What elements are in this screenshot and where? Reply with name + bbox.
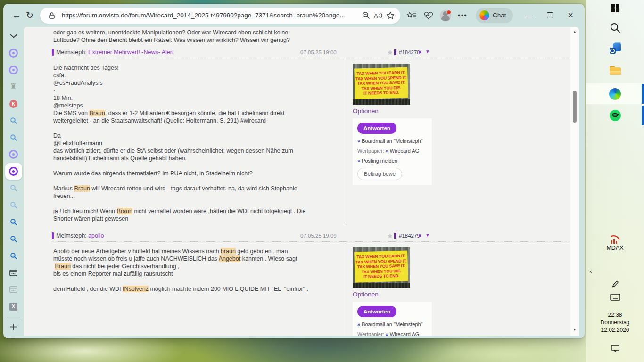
site-lock-icon[interactable] (46, 9, 58, 22)
close-button[interactable]: × (560, 8, 581, 24)
boardmail-link[interactable]: »Boardmail an "Meimsteph" (357, 138, 427, 144)
search-favicon (10, 201, 17, 209)
refresh-button[interactable]: ↻ (23, 9, 36, 22)
bookmark-star-icon[interactable] (387, 232, 393, 241)
minimize-button[interactable]: — (519, 8, 539, 24)
tab-onvista-3[interactable] (5, 146, 22, 163)
scroll-down-arrow[interactable]: ▼ (570, 328, 579, 332)
toolbar-icons: ••• Chat (405, 8, 513, 23)
next-post-arrow[interactable]: ▼ (425, 49, 430, 54)
post-topic[interactable]: Extremer Mehrwert! -News- Alert (88, 49, 173, 56)
taskbar-outlook-button[interactable] (586, 43, 644, 54)
options-link[interactable]: Optionen (353, 291, 432, 298)
taskbar-spotify-button[interactable] (586, 110, 644, 121)
tab-form-2[interactable] (5, 281, 22, 298)
url-text: https://forum.onvista.de/forum/Wirecard_… (62, 12, 360, 19)
show-hidden-icons-button[interactable]: ‹ (590, 268, 592, 275)
wertpapier-row[interactable]: Wertpapier: »Wirecard AG (357, 148, 427, 154)
boardmail-link[interactable]: »Boardmail an "Meimsteph" (357, 321, 427, 327)
notification-center-button[interactable] (586, 344, 644, 353)
copilot-chat-button[interactable]: Chat (476, 8, 513, 23)
clock-day: Donnerstag (586, 319, 644, 326)
link-chevron-icon: » (357, 138, 360, 144)
tab-search-6[interactable] (5, 230, 22, 247)
report-post-link[interactable]: »Posting melden (357, 158, 427, 164)
rate-post-button[interactable]: Beitrag bewe (357, 168, 402, 180)
favorite-star-icon[interactable] (384, 9, 396, 22)
taskbar-explorer-button[interactable] (586, 66, 644, 75)
taskbar-edge-button[interactable] (586, 83, 644, 104)
post-author-link[interactable]: Meimsteph: Extremer Mehrwert! -News- Ale… (56, 49, 173, 56)
favorites-icon[interactable] (405, 9, 418, 22)
mdax-widget[interactable]: MDAX (586, 235, 644, 251)
tab-search-1[interactable] (5, 112, 22, 129)
clock-widget[interactable]: 22:38 Donnerstag 12.02.2026 (586, 311, 644, 334)
scroll-up-arrow[interactable]: ▲ (570, 30, 579, 34)
search-favicon (10, 134, 17, 141)
search-favicon (10, 235, 17, 243)
taskbar: MDAX ‹ 22:38 Donnerstag 12.02.2026 (586, 0, 644, 362)
start-button[interactable] (586, 4, 644, 12)
tab-onvista-2[interactable] (5, 62, 22, 79)
link-chevron-icon: » (386, 148, 388, 154)
tab-x[interactable]: X (5, 298, 22, 315)
outlook-icon (610, 43, 621, 54)
post-user-image[interactable]: TAX WHEN YOU EARN IT.TAX WHEN YOU SPEND … (353, 64, 410, 105)
next-post-arrow[interactable]: ▼ (425, 232, 430, 238)
tabs-divider (5, 315, 22, 319)
file-explorer-icon (610, 66, 621, 75)
prev-post-arrow[interactable]: ▲ (418, 49, 422, 54)
tab-search-7[interactable] (5, 247, 22, 264)
window-controls: — × (519, 8, 581, 24)
tab-castle[interactable]: ♜ (5, 78, 22, 95)
tray-pen-button[interactable] (586, 280, 644, 288)
forum-post-1: Meimsteph: Extremer Mehrwert! -News- Ale… (52, 49, 570, 227)
tab-search-5[interactable] (5, 214, 22, 230)
tab-onvista-active[interactable] (5, 163, 22, 180)
read-aloud-icon[interactable]: A (372, 9, 384, 22)
windows-logo-icon (611, 4, 619, 12)
text-line: oder gab es weitere, unentdeckte Manipul… (53, 29, 570, 36)
tab-k-site[interactable]: K (5, 95, 22, 112)
previous-post-text: oder gab es weitere, unentdeckte Manipul… (52, 29, 570, 44)
post-author-link[interactable]: Meimsteph: apollo (56, 232, 104, 239)
search-highlight: Braun (117, 208, 132, 214)
post-user-image[interactable]: TAX WHEN YOU EARN IT.TAX WHEN YOU SPEND … (353, 247, 410, 288)
post-topic[interactable]: apollo (88, 232, 104, 239)
copilot-icon (479, 10, 489, 20)
page-scrollbar[interactable]: ▲ ▼ (570, 27, 579, 336)
tray-touch-keyboard-button[interactable] (586, 294, 644, 301)
address-bar[interactable]: https://forum.onvista.de/forum/Wirecard_… (40, 8, 400, 24)
profile-button[interactable] (439, 9, 452, 22)
link-chevron-icon: » (386, 331, 388, 336)
vertical-tab-strip: ♜KX (3, 27, 24, 336)
browser-body: ♜KX oder gab es weitere, unentdeckte Man… (3, 27, 585, 338)
tab-onvista-1[interactable] (5, 45, 22, 62)
new-tab-button[interactable] (5, 319, 22, 336)
tab-form-1[interactable] (5, 264, 22, 281)
search-highlight: braun (221, 248, 236, 255)
options-link[interactable]: Optionen (353, 107, 432, 115)
maximize-button[interactable] (539, 8, 560, 24)
browser-essentials-icon[interactable] (422, 9, 435, 22)
tab-search-3[interactable] (5, 180, 22, 197)
tab-search-4[interactable] (5, 197, 22, 214)
text-line: IT NEEDS TO END. (363, 90, 399, 96)
post-header: Meimsteph: apollo 07.05.25 19:09 #184279… (52, 232, 579, 242)
tab-search-2[interactable] (5, 129, 22, 146)
bookmark-star-icon[interactable] (387, 49, 393, 58)
post-body: Apollo der neue Arbeitgeber v huffeld ha… (53, 242, 329, 293)
collapse-tabs-button[interactable] (5, 28, 22, 45)
scrollbar-thumb[interactable] (573, 91, 577, 123)
reply-button[interactable]: Antworten (357, 306, 396, 317)
reply-button[interactable]: Antworten (357, 123, 396, 134)
zoom-out-icon[interactable] (360, 9, 372, 22)
search-highlight: Angebot (219, 255, 241, 262)
spotify-icon (610, 110, 621, 121)
settings-more-button[interactable]: ••• (456, 9, 469, 22)
browser-toolbar: ← ↻ https://forum.onvista.de/forum/Wirec… (3, 4, 585, 27)
wertpapier-row[interactable]: Wertpapier: »Wirecard AG (357, 331, 427, 336)
taskbar-search-button[interactable] (586, 22, 644, 33)
back-button[interactable]: ← (10, 9, 23, 22)
prev-post-arrow[interactable]: ▲ (418, 232, 422, 238)
